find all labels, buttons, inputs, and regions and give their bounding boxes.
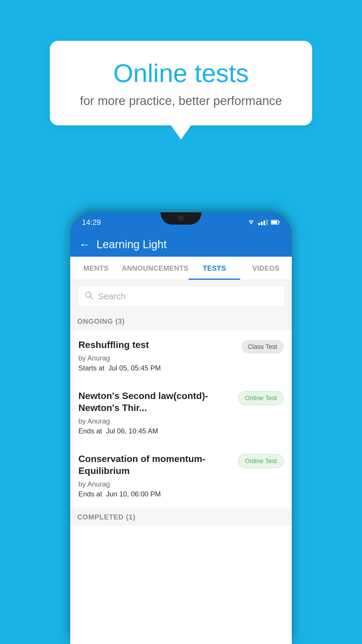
svg-rect-2 [271, 221, 277, 224]
signal-icon [258, 219, 268, 225]
completed-section-header: COMPLETED (1) [70, 508, 292, 526]
front-camera [178, 216, 184, 221]
test-badge-class: Class Test [241, 340, 284, 354]
search-bar[interactable]: Search [77, 286, 285, 307]
test-name: Conservation of momentum-Equilibrium [78, 453, 233, 477]
test-name: Newton's Second law(contd)-Newton's Thir… [78, 390, 233, 414]
phone-screen: ← Learning Light MENTS ANNOUNCEMENTS TES… [70, 232, 292, 644]
app-title: Learning Light [96, 238, 167, 251]
list-item[interactable]: Conservation of momentum-Equilibrium by … [70, 444, 292, 507]
status-time: 14:29 [82, 218, 101, 227]
test-badge-online: Online Test [238, 454, 284, 468]
status-bar: 14:29 [70, 212, 292, 232]
wifi-icon [247, 219, 255, 225]
tab-videos[interactable]: VIDEOS [240, 257, 292, 280]
app-header: ← Learning Light [70, 232, 292, 257]
tab-ments[interactable]: MENTS [70, 257, 122, 280]
speech-bubble-subtitle: for more practice, better performance [73, 94, 289, 108]
test-time: Ends at Jul 06, 10:45 AM [78, 427, 233, 435]
test-list: Reshuffling test by Anurag Starts at Jul… [70, 330, 292, 507]
test-time: Ends at Jun 10, 06:00 PM [78, 490, 233, 498]
test-author: by Anurag [78, 417, 233, 425]
battery-icon [271, 220, 280, 225]
test-author: by Anurag [78, 354, 237, 362]
search-icon [85, 291, 93, 302]
test-info: Newton's Second law(contd)-Newton's Thir… [78, 390, 233, 435]
tab-tests[interactable]: TESTS [189, 257, 240, 280]
list-item[interactable]: Newton's Second law(contd)-Newton's Thir… [70, 381, 292, 444]
phone-notch [161, 212, 201, 225]
completed-section-title: COMPLETED (1) [77, 513, 136, 521]
test-time: Starts at Jul 05, 05:45 PM [78, 364, 237, 372]
speech-bubble-container: Online tests for more practice, better p… [50, 41, 312, 125]
tab-announcements[interactable]: ANNOUNCEMENTS [122, 257, 189, 280]
speech-bubble-title: Online tests [73, 58, 289, 88]
svg-rect-1 [279, 221, 280, 223]
ongoing-section-title: ONGOING (3) [77, 317, 125, 325]
search-container: Search [70, 280, 292, 313]
back-button[interactable]: ← [79, 238, 91, 251]
test-name: Reshuffling test [78, 339, 237, 351]
test-author: by Anurag [78, 480, 233, 488]
ongoing-section-header: ONGOING (3) [70, 313, 292, 330]
list-item[interactable]: Reshuffling test by Anurag Starts at Jul… [70, 330, 292, 381]
speech-bubble: Online tests for more practice, better p… [50, 41, 312, 125]
tabs-bar: MENTS ANNOUNCEMENTS TESTS VIDEOS [70, 257, 292, 280]
svg-line-4 [90, 297, 93, 299]
status-icons [247, 219, 280, 225]
test-badge-online: Online Test [238, 391, 284, 405]
phone-frame: 14:29 ← Learning Light [70, 212, 292, 644]
test-info: Reshuffling test by Anurag Starts at Jul… [78, 339, 237, 372]
test-info: Conservation of momentum-Equilibrium by … [78, 453, 233, 498]
search-placeholder-text: Search [98, 291, 126, 301]
